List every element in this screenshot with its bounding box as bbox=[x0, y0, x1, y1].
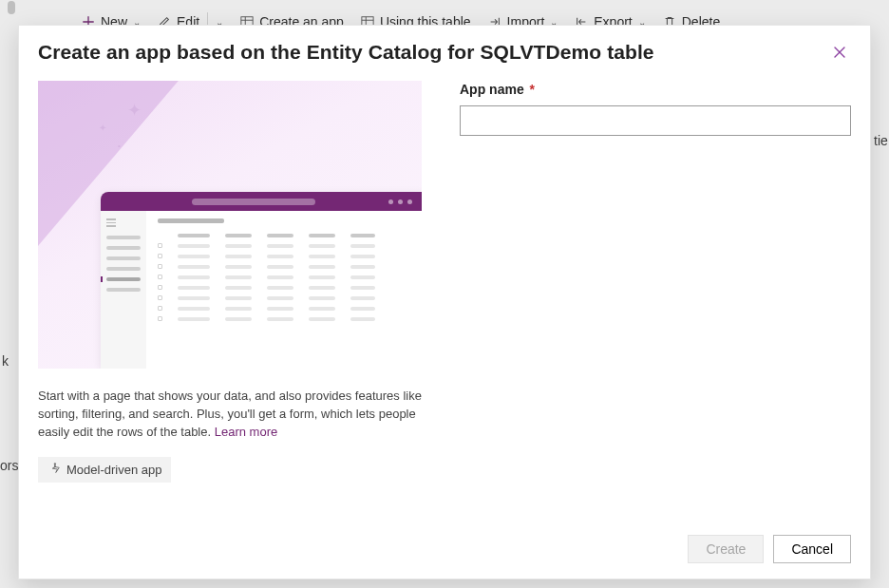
app-illustration: ✦ ✦ • bbox=[38, 81, 422, 369]
required-indicator: * bbox=[530, 82, 535, 97]
create-button[interactable]: Create bbox=[688, 535, 764, 563]
app-name-input[interactable] bbox=[460, 105, 851, 136]
learn-more-link[interactable]: Learn more bbox=[215, 425, 277, 439]
dialog-footer: Create Cancel bbox=[19, 523, 870, 579]
description-text: Start with a page that shows your data, … bbox=[38, 388, 422, 442]
dialog-body: ✦ ✦ • bbox=[19, 73, 870, 523]
cancel-button[interactable]: Cancel bbox=[773, 535, 851, 563]
right-column: App name * bbox=[460, 81, 851, 523]
sparkle-icon: ✦ bbox=[127, 100, 142, 121]
dialog-header: Create an app based on the Entity Catalo… bbox=[19, 26, 870, 73]
dialog-title: Create an app based on the Entity Catalo… bbox=[38, 41, 654, 64]
left-column: ✦ ✦ • bbox=[38, 81, 422, 523]
close-button[interactable] bbox=[828, 41, 851, 64]
create-app-dialog: Create an app based on the Entity Catalo… bbox=[18, 25, 871, 579]
sparkle-icon: • bbox=[118, 142, 121, 150]
app-type-icon bbox=[47, 463, 61, 476]
close-icon bbox=[832, 45, 847, 60]
model-driven-app-tag: Model-driven app bbox=[38, 457, 171, 483]
sparkle-icon: ✦ bbox=[99, 123, 106, 133]
mock-app-window bbox=[101, 192, 422, 369]
tag-label: Model-driven app bbox=[66, 463, 161, 477]
app-name-label: App name * bbox=[460, 82, 535, 97]
